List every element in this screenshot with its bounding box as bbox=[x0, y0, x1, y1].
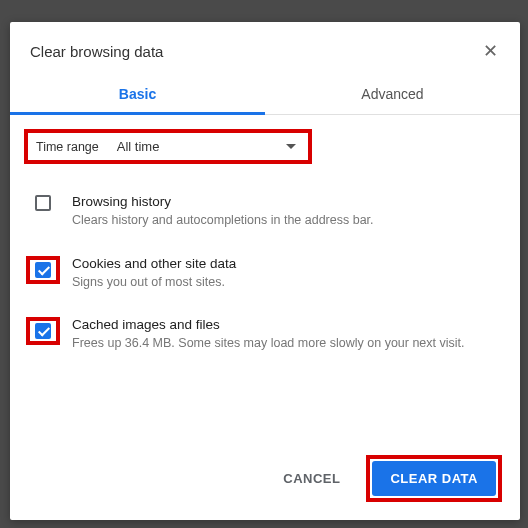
chevron-down-icon bbox=[286, 144, 296, 149]
tab-advanced[interactable]: Advanced bbox=[265, 76, 520, 114]
option-cached[interactable]: Cached images and files Frees up 36.4 MB… bbox=[24, 309, 506, 361]
time-range-value: All time bbox=[117, 139, 160, 154]
option-desc: Signs you out of most sites. bbox=[72, 274, 504, 292]
clear-button-highlight: CLEAR DATA bbox=[366, 455, 502, 502]
checkbox-wrap bbox=[26, 317, 60, 345]
checkbox[interactable] bbox=[35, 262, 51, 278]
time-range-row[interactable]: Time range All time bbox=[24, 129, 312, 164]
tabs: Basic Advanced bbox=[10, 76, 520, 115]
clear-data-button[interactable]: CLEAR DATA bbox=[372, 461, 496, 496]
clear-browsing-data-dialog: Clear browsing data ✕ Basic Advanced Tim… bbox=[10, 22, 520, 520]
time-range-select[interactable]: All time bbox=[117, 139, 300, 154]
checkbox[interactable] bbox=[35, 195, 51, 211]
options-list: Browsing history Clears history and auto… bbox=[24, 186, 506, 361]
tab-basic[interactable]: Basic bbox=[10, 76, 265, 114]
dialog-body: Time range All time Browsing history Cle… bbox=[10, 115, 520, 439]
dialog-header: Clear browsing data ✕ bbox=[10, 22, 520, 76]
option-title: Browsing history bbox=[72, 194, 504, 209]
option-text: Browsing history Clears history and auto… bbox=[72, 194, 504, 230]
option-desc: Frees up 36.4 MB. Some sites may load mo… bbox=[72, 335, 504, 353]
option-title: Cached images and files bbox=[72, 317, 504, 332]
close-icon[interactable]: ✕ bbox=[481, 40, 500, 62]
option-title: Cookies and other site data bbox=[72, 256, 504, 271]
option-browsing-history[interactable]: Browsing history Clears history and auto… bbox=[24, 186, 506, 238]
checkbox-wrap bbox=[26, 194, 60, 211]
dialog-title: Clear browsing data bbox=[30, 43, 163, 60]
option-text: Cookies and other site data Signs you ou… bbox=[72, 256, 504, 292]
cancel-button[interactable]: CANCEL bbox=[271, 463, 352, 494]
checkbox[interactable] bbox=[35, 323, 51, 339]
checkbox-wrap bbox=[26, 256, 60, 284]
dialog-footer: CANCEL CLEAR DATA bbox=[10, 439, 520, 520]
option-text: Cached images and files Frees up 36.4 MB… bbox=[72, 317, 504, 353]
time-range-label: Time range bbox=[36, 140, 99, 154]
option-desc: Clears history and autocompletions in th… bbox=[72, 212, 504, 230]
option-cookies[interactable]: Cookies and other site data Signs you ou… bbox=[24, 248, 506, 300]
